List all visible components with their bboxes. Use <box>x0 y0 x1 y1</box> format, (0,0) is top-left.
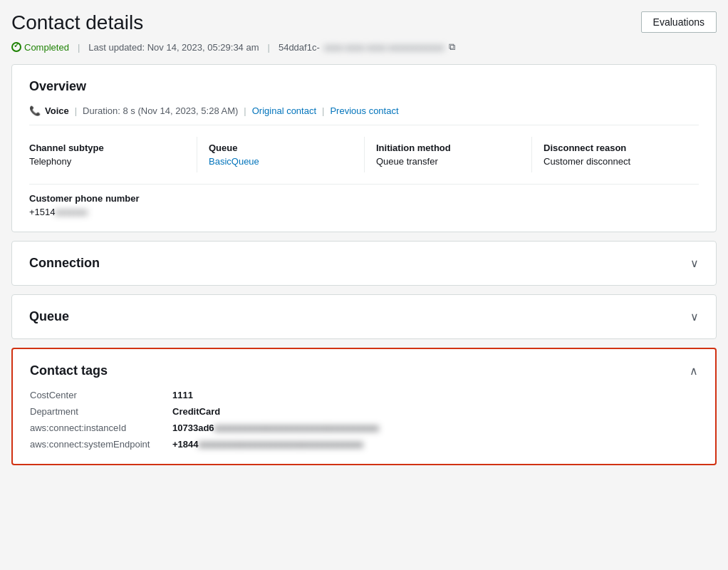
contact-id-blurred: xxxx-xxxx-xxxx-xxxxxxxxxxxx <box>324 42 444 53</box>
connection-title: Connection <box>29 256 100 271</box>
voice-label: 📞 Voice <box>29 105 69 116</box>
overview-card: Overview 📞 Voice | Duration: 8 s (Nov 14… <box>11 64 717 232</box>
id-divider: | <box>268 42 270 53</box>
channel-subtype-value: Telephony <box>29 156 197 167</box>
previous-contact-link[interactable]: Previous contact <box>330 105 398 116</box>
contact-tags-card: Contact tags ∧ CostCenter1111DepartmentC… <box>11 348 717 465</box>
initiation-method-cell: Initiation method Queue transfer <box>364 137 531 172</box>
voice-row: 📞 Voice | Duration: 8 s (Nov 14, 2023, 5… <box>29 105 699 125</box>
queue-value[interactable]: BasicQueue <box>209 156 364 167</box>
tag-value: CreditCard <box>172 406 698 417</box>
disconnect-reason-cell: Disconnect reason Customer disconnect <box>531 137 699 172</box>
contact-tags-chevron-up-icon: ∧ <box>690 364 698 378</box>
tag-key: CostCenter <box>30 390 172 400</box>
connection-chevron-down-icon: ∨ <box>690 256 699 270</box>
page-container: Contact details Evaluations Completed | … <box>11 11 717 465</box>
phone-blurred: xxxxxxx <box>56 207 88 217</box>
initiation-method-label: Initiation method <box>376 142 531 153</box>
tag-key: Department <box>30 406 172 417</box>
page-header: Contact details Evaluations <box>11 11 717 34</box>
tag-value: 1111 <box>172 390 698 400</box>
voice-duration: Duration: 8 s (Nov 14, 2023, 5:28 AM) <box>83 105 238 116</box>
queue-card: Queue ∨ <box>11 294 717 339</box>
queue-label: Queue <box>209 142 364 153</box>
tags-grid: CostCenter1111DepartmentCreditCardaws:co… <box>30 390 698 450</box>
voice-divider: | <box>75 105 77 116</box>
copy-icon[interactable]: ⧉ <box>449 41 455 53</box>
queue-chevron-down-icon: ∨ <box>690 310 699 323</box>
original-contact-link[interactable]: Original contact <box>252 105 316 116</box>
queue-section-title: Queue <box>29 309 69 324</box>
contact-id: 54ddaf1c-xxxx-xxxx-xxxx-xxxxxxxxxxxx ⧉ <box>279 41 455 53</box>
queue-cell: Queue BasicQueue <box>197 137 364 172</box>
status-completed: Completed <box>11 42 69 53</box>
channel-subtype-label: Channel subtype <box>29 142 197 153</box>
tag-value: 10733ad6 xxxxxxxxxxxxxxxxxxxxxxxxxxxxxxx… <box>172 423 698 433</box>
connection-card: Connection ∨ <box>11 241 717 286</box>
contact-tags-title: Contact tags <box>30 363 108 378</box>
overview-grid: Channel subtype Telephony Queue BasicQue… <box>29 137 699 172</box>
completed-icon <box>11 42 21 52</box>
customer-phone-label: Customer phone number <box>29 193 699 204</box>
phone-icon: 📞 <box>29 105 41 116</box>
queue-header[interactable]: Queue ∨ <box>29 309 699 324</box>
customer-phone-value: +1514xxxxxxx <box>29 207 699 217</box>
customer-phone-section: Customer phone number +1514xxxxxxx <box>29 184 699 217</box>
disconnect-reason-label: Disconnect reason <box>544 142 699 153</box>
status-divider: | <box>78 42 80 53</box>
status-bar: Completed | Last updated: Nov 14, 2023, … <box>11 41 717 53</box>
tag-key: aws:connect:systemEndpoint <box>30 439 172 450</box>
evaluations-button[interactable]: Evaluations <box>641 11 717 33</box>
completed-label: Completed <box>24 42 69 53</box>
initiation-method-value: Queue transfer <box>376 156 531 167</box>
tag-key: aws:connect:instanceId <box>30 423 172 433</box>
channel-subtype-cell: Channel subtype Telephony <box>29 137 197 172</box>
contact-tags-header[interactable]: Contact tags ∧ <box>30 363 698 378</box>
last-updated: Last updated: Nov 14, 2023, 05:29:34 am <box>88 42 259 53</box>
disconnect-reason-value: Customer disconnect <box>544 156 699 167</box>
connection-header[interactable]: Connection ∨ <box>29 256 699 271</box>
overview-title: Overview <box>29 79 699 94</box>
tag-value: +1844 xxxxxxxxxxxxxxxxxxxxxxxxxxxxxxxx <box>172 439 698 450</box>
page-title: Contact details <box>11 11 143 34</box>
